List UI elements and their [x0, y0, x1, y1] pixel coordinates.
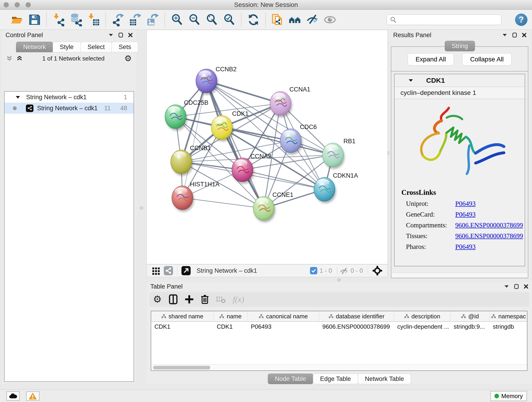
graph-node-CCNB2[interactable] [196, 69, 218, 95]
tab-sets[interactable]: Sets [112, 42, 138, 52]
crosslink-row: Pharos:P06493 [406, 243, 525, 250]
delete-column-button[interactable] [201, 294, 209, 305]
export-table-button[interactable] [128, 13, 142, 26]
zoom-in-button[interactable] [170, 13, 184, 26]
graph-edge-CCNA2-CDKN1A[interactable] [242, 170, 324, 189]
show-selected-button[interactable] [323, 13, 336, 26]
function-builder-button: f(x) [233, 294, 244, 304]
column-header-name[interactable]: name [214, 311, 248, 321]
column-header-database-identifier[interactable]: database identifier [319, 311, 394, 321]
hide-selected-button[interactable] [306, 13, 319, 26]
tab-network-table[interactable]: Network Table [358, 374, 411, 384]
table-cell[interactable]: 9606.ENSP00000378699 [319, 322, 394, 332]
zoom-selected-button[interactable] [222, 13, 236, 26]
cloud-status-button[interactable] [6, 391, 20, 401]
control-panel-float-button[interactable] [119, 32, 123, 38]
expand-all-button[interactable]: Expand All [408, 53, 454, 65]
warnings-button[interactable] [26, 391, 39, 401]
graph-node-CCNA1[interactable] [270, 91, 292, 117]
check-icon [311, 269, 316, 273]
memory-button[interactable]: Memory [490, 391, 527, 401]
tab-style[interactable]: Style [53, 42, 81, 52]
table-cell[interactable]: CDK1 [214, 322, 248, 332]
table-options-gear-button[interactable]: ⚙ [153, 294, 162, 305]
graph-node-CDC6[interactable] [280, 129, 302, 155]
crosslink-link[interactable]: 9606.ENSP00000378699 [455, 232, 523, 240]
crosslink-link[interactable]: 9606.ENSP00000378699 [455, 221, 523, 229]
tab-network[interactable]: Network [16, 42, 53, 52]
table-panel-float-button[interactable] [514, 283, 519, 289]
table-panel-close-button[interactable] [524, 283, 528, 289]
import-table-button[interactable] [87, 13, 100, 26]
help-button[interactable]: ? [515, 13, 527, 26]
control-panel-close-button[interactable] [128, 32, 133, 38]
zoom-out-button[interactable] [188, 13, 201, 26]
protein-section-collapse-icon[interactable] [408, 79, 413, 82]
network-share-view-button[interactable] [164, 266, 173, 275]
collection-label: String Network – cdk1 [26, 94, 87, 101]
network-canvas[interactable]: CCNB2CCNA1CDC25BCDK1CDC6RB1CCNB1CCNA2CDK… [147, 30, 388, 264]
graph-node-CCNA2[interactable] [232, 158, 254, 184]
column-header-@id[interactable]: @id [450, 311, 490, 321]
open-session-button[interactable] [10, 13, 24, 26]
tab-string[interactable]: String [445, 41, 475, 51]
results-panel-close-button[interactable] [522, 32, 526, 38]
expand-all-networks-button[interactable] [17, 56, 22, 61]
table-panel-menu-button[interactable] [504, 283, 509, 289]
collection-expand-icon[interactable] [16, 96, 20, 99]
export-network-button[interactable] [111, 13, 124, 26]
graph-node-CDC25B[interactable] [165, 105, 187, 131]
table-cell[interactable]: CDK1 [151, 322, 214, 332]
network-options-gear-button[interactable]: ⚙ [124, 54, 132, 63]
column-header-canonical-name[interactable]: canonical name [248, 311, 319, 321]
results-panel-float-button[interactable] [512, 32, 517, 38]
crosslink-link[interactable]: P06493 [455, 243, 476, 250]
zoom-fit-button[interactable] [205, 13, 218, 26]
detach-view-button[interactable] [181, 266, 191, 275]
tab-edge-table[interactable]: Edge Table [313, 374, 358, 384]
export-image-button[interactable] [146, 13, 159, 26]
grid-view-button[interactable] [152, 266, 160, 275]
selected-items-checkbox[interactable] [310, 267, 317, 274]
birds-eye-view-button[interactable] [372, 266, 382, 275]
table-cell[interactable]: stringdb [490, 322, 527, 332]
network-collection-row[interactable]: String Network – cdk1 1 [5, 92, 133, 103]
column-header-namespac[interactable]: namespac [490, 311, 527, 321]
graph-node-CDKN1A[interactable] [314, 177, 336, 203]
tab-select[interactable]: Select [80, 42, 112, 52]
save-session-button[interactable] [28, 13, 41, 26]
graph-node-RB1[interactable] [322, 143, 345, 169]
results-panel-menu-button[interactable] [502, 32, 507, 38]
column-header-shared-name[interactable]: shared name [151, 311, 214, 321]
collapse-all-button[interactable]: Collapse All [462, 53, 512, 65]
graph-node-CCNE1[interactable] [253, 196, 275, 222]
network-row-selected[interactable]: String Network – cdk1 11 48 [5, 103, 133, 114]
show-columns-button[interactable] [169, 294, 178, 305]
table-cell[interactable]: P06493 [248, 322, 319, 332]
crosslink-link[interactable]: P06493 [455, 211, 476, 218]
table-row[interactable]: CDK1CDK1P064939606.ENSP00000378699cyclin… [151, 322, 527, 332]
show-all-networks-button[interactable] [288, 13, 302, 26]
control-panel-menu-button[interactable] [108, 32, 114, 38]
collapse-all-networks-button[interactable] [6, 56, 12, 61]
copy-network-button[interactable] [271, 13, 284, 26]
import-network-from-database-button[interactable] [70, 13, 83, 26]
graph-edge-CCNB2-CCNE1[interactable] [206, 81, 264, 208]
horizontal-splitter-handle[interactable] [337, 278, 341, 282]
results-scrollbar[interactable] [392, 273, 527, 277]
create-column-button[interactable] [185, 294, 194, 305]
graph-edge-HIST1H1A-CCNE1[interactable] [182, 198, 264, 208]
column-header-description[interactable]: description [394, 311, 450, 321]
crosslink-link[interactable]: P06493 [455, 200, 476, 207]
left-splitter-handle[interactable] [140, 206, 143, 210]
table-cell[interactable]: stringdb:9... [450, 322, 490, 332]
import-network-button[interactable] [52, 13, 65, 26]
scrollbar-thumb[interactable] [153, 366, 210, 370]
refresh-button[interactable] [247, 13, 260, 26]
graph-node-CDK1[interactable] [211, 115, 234, 141]
search-input[interactable] [387, 14, 501, 25]
graph-edge-CCNB2-HIST1H1A[interactable] [182, 81, 206, 198]
graph-node-HIST1H1A[interactable] [172, 186, 194, 212]
table-cell[interactable]: cyclin-dependent ... [394, 322, 450, 332]
tab-node-table[interactable]: Node Table [268, 374, 313, 384]
